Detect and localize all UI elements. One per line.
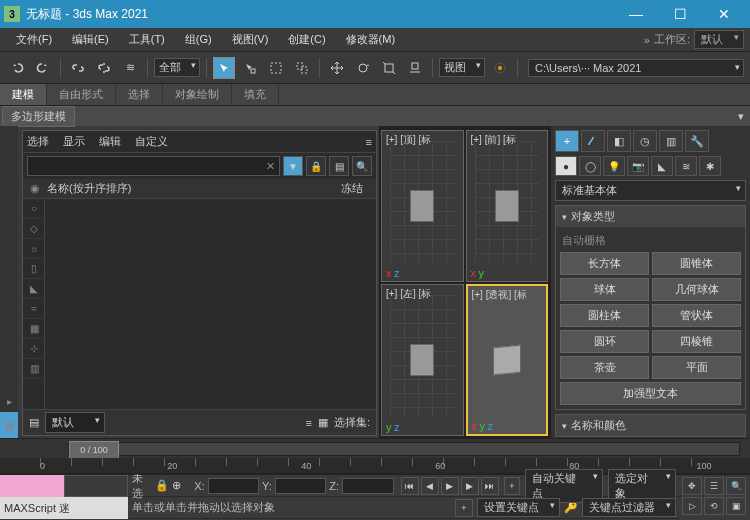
scene-tab-select[interactable]: 选择 <box>27 134 49 149</box>
lock-icon[interactable]: 🔒 <box>155 479 169 492</box>
obj-geosphere[interactable]: 几何球体 <box>652 278 741 301</box>
next-frame-button[interactable]: ▶ <box>461 477 479 495</box>
maxscript-listener[interactable]: MAXScript 迷 <box>0 497 128 519</box>
obj-tube[interactable]: 管状体 <box>652 304 741 327</box>
create-category-dropdown[interactable]: 标准基本体 <box>555 180 746 201</box>
cmdtab-utilities[interactable]: 🔧 <box>685 130 709 152</box>
rollout-object-type-header[interactable]: 对象类型 <box>556 206 745 227</box>
minimize-button[interactable]: — <box>614 0 658 28</box>
filter-search-button[interactable]: 🔍 <box>352 156 372 176</box>
color-swatch-a[interactable] <box>0 475 64 497</box>
create-spacewarps-icon[interactable]: ≋ <box>675 156 697 176</box>
pivot-button[interactable] <box>489 57 511 79</box>
create-helpers-icon[interactable]: ◣ <box>651 156 673 176</box>
rotate-button[interactable] <box>352 57 374 79</box>
type-geom-icon[interactable]: ◇ <box>23 219 45 239</box>
menu-view[interactable]: 视图(V) <box>222 30 279 49</box>
type-camera-icon[interactable]: ▯ <box>23 259 45 279</box>
key-filter-dropdown[interactable]: 关键点过滤器 <box>582 498 676 517</box>
viewport-left-label[interactable]: [+] [左] [标 <box>386 287 431 301</box>
key-mode-button[interactable]: + <box>504 477 521 495</box>
setkey-button[interactable]: 设置关键点 <box>477 498 560 517</box>
timeline[interactable]: 0 / 100 <box>0 438 750 458</box>
type-helper-icon[interactable]: ◣ <box>23 279 45 299</box>
placement-button[interactable] <box>404 57 426 79</box>
ribbon-populate[interactable]: 填充 <box>232 84 279 105</box>
type-spacewarp-icon[interactable]: ≈ <box>23 299 45 319</box>
obj-textplus[interactable]: 加强型文本 <box>560 382 741 405</box>
cmdtab-display[interactable]: ▥ <box>659 130 683 152</box>
viewport-persp-label[interactable]: [+] [透视] [标 <box>472 288 527 302</box>
menu-tools[interactable]: 工具(T) <box>119 30 175 49</box>
select-region-rect[interactable] <box>265 57 287 79</box>
scene-menu-icon[interactable]: ≡ <box>366 136 372 148</box>
obj-sphere[interactable]: 球体 <box>560 278 649 301</box>
unlink-button[interactable] <box>93 57 115 79</box>
type-container-icon[interactable]: ▥ <box>23 359 45 379</box>
viewport-front-label[interactable]: [+] [前] [标 <box>471 133 516 147</box>
filter-list-button[interactable]: ▤ <box>329 156 349 176</box>
redo-button[interactable] <box>32 57 54 79</box>
obj-pyramid[interactable]: 四棱锥 <box>652 330 741 353</box>
nav-orbit-button[interactable]: ⟲ <box>704 497 724 515</box>
ribbon-selection[interactable]: 选择 <box>116 84 163 105</box>
ribbon-modeling[interactable]: 建模 <box>0 84 47 105</box>
goto-start-button[interactable]: ⏮ <box>401 477 419 495</box>
menu-create[interactable]: 创建(C) <box>278 30 335 49</box>
goto-end-button[interactable]: ⏭ <box>481 477 499 495</box>
coord-x-input[interactable] <box>208 478 259 494</box>
create-geometry-icon[interactable]: ● <box>555 156 577 176</box>
prev-frame-button[interactable]: ◀ <box>421 477 439 495</box>
type-group-icon[interactable]: ▦ <box>23 319 45 339</box>
select-by-name-button[interactable] <box>239 57 261 79</box>
workspace-arrow[interactable]: » <box>644 34 650 46</box>
obj-cone[interactable]: 圆锥体 <box>652 252 741 275</box>
clear-filter-icon[interactable]: ✕ <box>266 160 275 173</box>
ribbon-freeform[interactable]: 自由形式 <box>47 84 116 105</box>
menu-edit[interactable]: 编辑(E) <box>62 30 119 49</box>
scene-tab-edit[interactable]: 编辑 <box>99 134 121 149</box>
viewport-front[interactable]: [+] [前] [标 x y <box>466 130 549 282</box>
type-bone-icon[interactable]: ⊹ <box>23 339 45 359</box>
obj-teapot[interactable]: 茶壶 <box>560 356 649 379</box>
leftbar-viewport-layout[interactable]: ▦ <box>0 412 18 438</box>
project-path[interactable]: C:\Users\··· Max 2021 <box>528 59 744 77</box>
undo-button[interactable] <box>6 57 28 79</box>
scene-col-freeze[interactable]: 冻结 <box>332 181 372 196</box>
menu-modifiers[interactable]: 修改器(M) <box>336 30 406 49</box>
nav-fov-button[interactable]: ▷ <box>682 497 702 515</box>
scene-col-name[interactable]: 名称(按升序排序) <box>43 181 332 196</box>
type-light-icon[interactable]: ☼ <box>23 239 45 259</box>
scene-eye-icon[interactable]: ◉ <box>27 182 43 195</box>
link-button[interactable] <box>67 57 89 79</box>
workspace-dropdown[interactable]: 默认 <box>694 30 744 49</box>
filter-lock-button[interactable]: 🔒 <box>306 156 326 176</box>
coord-icon[interactable]: ⊕ <box>172 479 181 492</box>
leftbar-arrow-icon[interactable]: ▸ <box>0 390 18 412</box>
cmdtab-motion[interactable]: ◷ <box>633 130 657 152</box>
timeline-track[interactable]: 0 / 100 <box>68 442 740 456</box>
scene-tab-display[interactable]: 显示 <box>63 134 85 149</box>
create-cameras-icon[interactable]: 📷 <box>627 156 649 176</box>
timeline-marker[interactable]: 0 / 100 <box>69 441 119 459</box>
selset-layers-icon[interactable]: ≡ <box>306 417 312 429</box>
viewport-left[interactable]: [+] [左] [标 y z <box>381 284 464 436</box>
coord-system-dropdown[interactable]: 视图 <box>439 58 485 77</box>
ribbon-objectpaint[interactable]: 对象绘制 <box>163 84 232 105</box>
scene-tab-custom[interactable]: 自定义 <box>135 134 168 149</box>
obj-torus[interactable]: 圆环 <box>560 330 649 353</box>
selection-filter[interactable]: 全部 <box>154 58 200 77</box>
menu-file[interactable]: 文件(F) <box>6 30 62 49</box>
obj-box[interactable]: 长方体 <box>560 252 649 275</box>
close-button[interactable]: ✕ <box>702 0 746 28</box>
cmdtab-hierarchy[interactable]: ◧ <box>607 130 631 152</box>
create-shapes-icon[interactable]: ◯ <box>579 156 601 176</box>
nav-maximize-button[interactable]: ▣ <box>726 497 746 515</box>
select-object-button[interactable] <box>213 57 235 79</box>
nav-walk-button[interactable]: ☰ <box>704 477 724 495</box>
move-button[interactable] <box>326 57 348 79</box>
create-lights-icon[interactable]: 💡 <box>603 156 625 176</box>
scale-button[interactable] <box>378 57 400 79</box>
coord-y-input[interactable] <box>275 478 326 494</box>
nav-zoom-button[interactable]: 🔍 <box>726 477 746 495</box>
